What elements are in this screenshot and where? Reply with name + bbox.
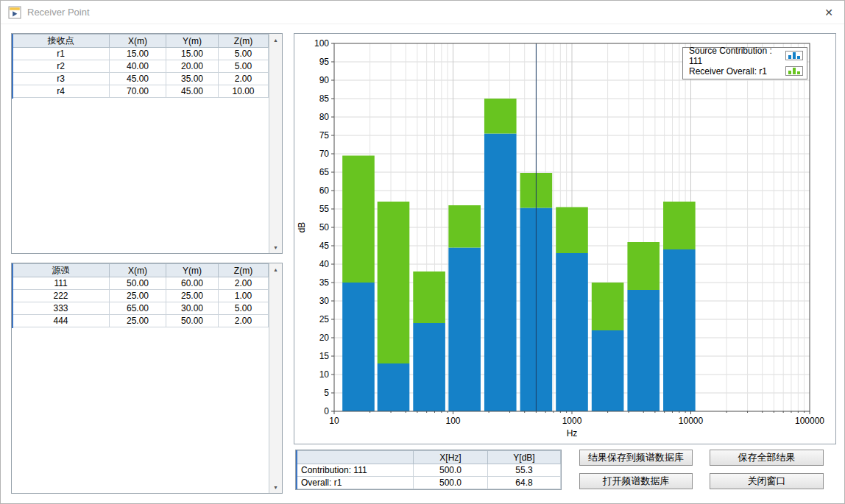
bar-overall[interactable] (342, 156, 375, 283)
y-tick-label: 80 (319, 112, 330, 122)
table-cell[interactable]: 2.00 (219, 315, 269, 327)
table-cell[interactable]: 35.00 (166, 73, 219, 85)
table-cell[interactable]: 111 (13, 277, 110, 290)
table-cell[interactable]: 5.00 (219, 48, 269, 60)
close-window-button[interactable]: 关闭窗口 (710, 473, 824, 489)
y-tick-label: 30 (319, 296, 330, 306)
column-header[interactable]: 接收点 (13, 35, 110, 48)
column-header[interactable]: Y[dB] (488, 451, 561, 464)
open-spectrum-db-button[interactable]: 打开频谱数据库 (579, 473, 693, 489)
table-cell[interactable]: 500.0 (414, 477, 488, 489)
spectrum-bar-chart[interactable]: 0510152025303540455055606570758085909510… (294, 34, 835, 444)
bar-contribution[interactable] (448, 248, 481, 412)
bar-contribution[interactable] (413, 323, 445, 411)
table-cell[interactable]: 50.00 (166, 315, 219, 327)
bar-contribution[interactable] (378, 363, 410, 411)
source-table-wrap: 源强X(m)Y(m)Z(m)11150.0060.002.0022225.002… (12, 263, 269, 493)
legend-item-overall[interactable]: Receiver Overall: r1 (683, 63, 807, 79)
y-tick-label: 70 (319, 149, 330, 159)
scroll-track[interactable] (269, 275, 282, 481)
table-cell[interactable]: 70.00 (110, 85, 166, 98)
save-to-spectrum-db-button[interactable]: 结果保存到频谱数据库 (579, 450, 693, 466)
source-table-scrollbar[interactable]: ▲ ▼ (269, 263, 282, 493)
source-strength-table[interactable]: 源强X(m)Y(m)Z(m)11150.0060.002.0022225.002… (12, 263, 269, 327)
table-cell[interactable]: 2.00 (219, 277, 269, 290)
table-cell[interactable]: r2 (13, 60, 110, 73)
close-icon[interactable]: ✕ (813, 1, 844, 24)
table-cell[interactable]: 15.00 (166, 48, 219, 60)
table-cell[interactable]: Contribution: 111 (297, 464, 414, 477)
bar-contribution[interactable] (556, 253, 588, 411)
column-header[interactable]: 源强 (13, 264, 110, 277)
table-cell[interactable]: 20.00 (166, 60, 219, 73)
table-cell[interactable]: 55.3 (488, 464, 561, 477)
table-cell[interactable]: 222 (13, 290, 110, 302)
table-cell[interactable]: 25.00 (166, 290, 219, 302)
bar-contribution[interactable] (627, 290, 660, 411)
y-tick-label: 85 (319, 93, 330, 104)
bar-overall[interactable] (592, 283, 624, 330)
y-tick-label: 35 (319, 277, 330, 288)
y-tick-label: 65 (319, 167, 330, 177)
scroll-up-icon[interactable]: ▲ (269, 34, 282, 46)
table-cell[interactable]: 15.00 (110, 48, 166, 60)
table-cell[interactable]: 64.8 (488, 477, 561, 489)
bar-overall[interactable] (378, 202, 410, 363)
column-header[interactable]: X(m) (110, 35, 166, 48)
table-cell[interactable]: 2.00 (219, 73, 269, 85)
legend-item-contribution[interactable]: Source Contribution : 111 (683, 48, 807, 63)
table-cell[interactable]: 40.00 (110, 60, 166, 73)
table-cell[interactable]: 5.00 (219, 60, 269, 73)
table-cell[interactable]: 50.00 (110, 277, 166, 290)
bar-contribution[interactable] (592, 330, 624, 411)
bar-contribution[interactable] (484, 134, 517, 412)
column-header[interactable]: Z(m) (219, 35, 269, 48)
table-cell[interactable]: 500.0 (414, 464, 488, 477)
table-cell[interactable]: 25.00 (110, 315, 166, 327)
table-row: 33365.0030.005.00 (13, 302, 269, 315)
table-cell[interactable]: 45.00 (110, 73, 166, 85)
table-cell[interactable]: 65.00 (110, 302, 166, 315)
table-cell[interactable]: r4 (13, 85, 110, 98)
bar-contribution[interactable] (342, 283, 375, 411)
bar-overall[interactable] (627, 242, 660, 290)
receiver-points-table[interactable]: 接收点X(m)Y(m)Z(m)r115.0015.005.00r240.0020… (12, 34, 269, 98)
y-tick-label: 10 (319, 369, 330, 380)
table-cell[interactable]: 10.00 (219, 85, 269, 98)
save-all-results-button[interactable]: 保存全部结果 (710, 450, 824, 466)
table-cell[interactable]: 30.00 (166, 302, 219, 315)
table-cell[interactable]: 25.00 (110, 290, 166, 302)
bar-overall[interactable] (556, 207, 588, 254)
bar-overall[interactable] (413, 271, 445, 323)
column-header[interactable] (297, 451, 414, 464)
legend-label: Receiver Overall: r1 (689, 66, 767, 77)
bar-contribution[interactable] (663, 249, 696, 411)
table-cell[interactable]: 60.00 (166, 277, 219, 290)
table-cell[interactable]: 333 (13, 302, 110, 315)
column-header[interactable]: Y(m) (166, 35, 219, 48)
receiver-table-wrap: 接收点X(m)Y(m)Z(m)r115.0015.005.00r240.0020… (12, 34, 269, 253)
x-tick-label: 10000 (679, 416, 704, 426)
table-cell[interactable]: r1 (13, 48, 110, 60)
bar-overall[interactable] (448, 205, 481, 248)
scroll-down-icon[interactable]: ▼ (269, 481, 282, 493)
table-cell[interactable]: 45.00 (166, 85, 219, 98)
scroll-up-icon[interactable]: ▲ (269, 263, 282, 275)
title-bar[interactable]: Receiver Point ✕ (1, 1, 844, 24)
column-header[interactable]: Z(m) (219, 264, 269, 277)
column-header[interactable]: X[Hz] (414, 451, 488, 464)
table-cell[interactable]: Overall: r1 (297, 477, 414, 489)
table-cell[interactable]: 5.00 (219, 302, 269, 315)
scroll-down-icon[interactable]: ▼ (269, 241, 282, 253)
table-cell[interactable]: 444 (13, 315, 110, 327)
header-row: X[Hz]Y[dB] (297, 451, 561, 464)
cursor-readout-table[interactable]: X[Hz]Y[dB]Contribution: 111500.055.3Over… (296, 450, 561, 489)
scroll-track[interactable] (269, 46, 282, 241)
bar-overall[interactable] (663, 202, 696, 249)
bar-overall[interactable] (484, 99, 517, 134)
table-cell[interactable]: r3 (13, 73, 110, 85)
table-cell[interactable]: 1.00 (219, 290, 269, 302)
column-header[interactable]: Y(m) (166, 264, 219, 277)
column-header[interactable]: X(m) (110, 264, 166, 277)
receiver-table-scrollbar[interactable]: ▲ ▼ (269, 34, 282, 253)
